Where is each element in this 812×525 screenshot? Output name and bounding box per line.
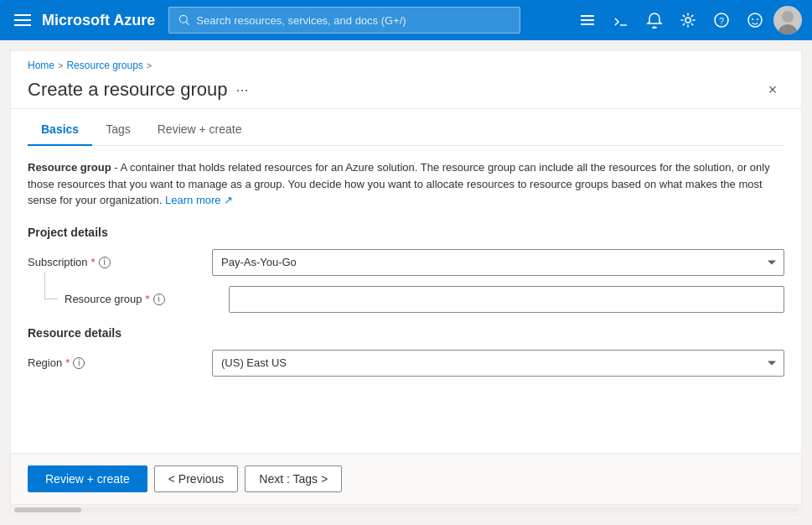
svg-line-4 bbox=[186, 22, 189, 25]
resource-group-label: Resource group * i bbox=[65, 293, 229, 305]
search-placeholder: Search resources, services, and docs (G+… bbox=[196, 14, 406, 27]
project-details-title: Project details bbox=[28, 226, 784, 239]
page-header: Create a resource group ··· × bbox=[11, 75, 801, 108]
page-title: Create a resource group bbox=[28, 79, 227, 101]
help-icon[interactable]: ? bbox=[706, 5, 737, 35]
region-select-wrapper: (US) East US bbox=[212, 350, 784, 377]
nav-icons: ? bbox=[572, 5, 802, 35]
svg-text:?: ? bbox=[719, 16, 724, 26]
svg-rect-2 bbox=[14, 24, 31, 26]
svg-point-16 bbox=[778, 24, 798, 34]
subscription-select[interactable]: Pay-As-You-Go bbox=[212, 249, 784, 276]
tab-bar: Basics Tags Review + create bbox=[28, 109, 784, 146]
region-control: (US) East US bbox=[212, 350, 784, 377]
breadcrumb-home[interactable]: Home bbox=[28, 60, 54, 71]
next-button[interactable]: Next : Tags > bbox=[245, 465, 342, 492]
resource-group-info-icon[interactable]: i bbox=[153, 294, 165, 305]
hamburger-menu[interactable] bbox=[10, 8, 35, 33]
scroll-track bbox=[14, 507, 798, 512]
subscription-info-icon[interactable]: i bbox=[99, 257, 111, 268]
sub-connector bbox=[44, 273, 58, 299]
description-text: Resource group - A container that holds … bbox=[28, 159, 784, 209]
breadcrumb-sep-2: > bbox=[147, 60, 152, 70]
region-row: Region * i (US) East US bbox=[28, 350, 784, 377]
resource-details-title: Resource details bbox=[28, 326, 784, 340]
subscription-select-wrapper: Pay-As-You-Go bbox=[212, 249, 784, 276]
search-bar[interactable]: Search resources, services, and docs (G+… bbox=[168, 7, 520, 34]
top-navigation: Microsoft Azure Search resources, servic… bbox=[0, 0, 812, 40]
subscription-label: Subscription * i bbox=[28, 256, 212, 268]
resource-group-input[interactable] bbox=[229, 286, 784, 313]
breadcrumb-sep-1: > bbox=[58, 60, 63, 70]
region-required: * bbox=[65, 356, 70, 369]
notifications-icon[interactable] bbox=[639, 5, 670, 35]
breadcrumb: Home > Resource groups > bbox=[11, 51, 801, 75]
azure-logo: Microsoft Azure bbox=[42, 12, 155, 29]
svg-point-3 bbox=[180, 15, 188, 23]
tab-tags[interactable]: Tags bbox=[92, 116, 144, 146]
svg-rect-0 bbox=[14, 14, 31, 16]
resource-group-control bbox=[229, 286, 784, 313]
resource-group-row: Resource group * i bbox=[28, 286, 784, 313]
tab-basics[interactable]: Basics bbox=[28, 116, 92, 146]
region-label: Region * i bbox=[28, 356, 212, 369]
scroll-thumb bbox=[14, 507, 81, 512]
svg-rect-7 bbox=[581, 23, 594, 25]
breadcrumb-resource-groups[interactable]: Resource groups bbox=[66, 60, 142, 71]
settings-icon[interactable] bbox=[673, 5, 703, 35]
previous-button[interactable]: < Previous bbox=[154, 465, 239, 492]
more-options-button[interactable]: ··· bbox=[235, 81, 248, 99]
content-area: Basics Tags Review + create Resource gro… bbox=[11, 109, 801, 453]
feedback-icon[interactable] bbox=[740, 5, 770, 35]
footer: Review + create < Previous Next : Tags > bbox=[11, 453, 801, 504]
tab-review-create[interactable]: Review + create bbox=[144, 116, 256, 146]
svg-point-15 bbox=[757, 18, 758, 20]
svg-point-17 bbox=[782, 11, 794, 23]
resource-group-required: * bbox=[146, 293, 150, 305]
subscription-control: Pay-As-You-Go bbox=[212, 249, 784, 276]
main-panel: Home > Resource groups > Create a resour… bbox=[10, 50, 802, 515]
user-avatar[interactable] bbox=[773, 6, 802, 34]
svg-rect-5 bbox=[581, 15, 594, 17]
horizontal-scrollbar[interactable] bbox=[11, 504, 801, 514]
learn-more-link[interactable]: Learn more ↗ bbox=[165, 194, 233, 206]
region-select[interactable]: (US) East US bbox=[212, 350, 784, 377]
close-button[interactable]: × bbox=[761, 78, 784, 101]
svg-rect-1 bbox=[14, 19, 31, 21]
region-info-icon[interactable]: i bbox=[73, 357, 85, 369]
cloud-shell-icon[interactable] bbox=[606, 5, 636, 35]
svg-point-10 bbox=[685, 18, 690, 23]
portal-menu-icon[interactable] bbox=[572, 5, 603, 35]
svg-rect-6 bbox=[581, 19, 594, 21]
subscription-row: Subscription * i Pay-As-You-Go bbox=[28, 249, 784, 276]
review-create-button[interactable]: Review + create bbox=[28, 465, 147, 492]
subscription-required: * bbox=[91, 256, 96, 268]
svg-point-14 bbox=[752, 18, 753, 20]
